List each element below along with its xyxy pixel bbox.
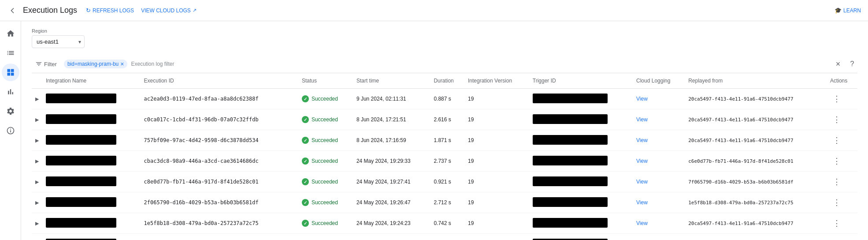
sidebar-icon-home[interactable]	[2, 25, 19, 42]
sidebar-icon-settings[interactable]	[2, 102, 19, 120]
row-execution-id: c0ca017c-1cbd-4f31-96db-07a07c32ffdb	[141, 109, 298, 130]
row-integration-version: 19	[464, 172, 529, 192]
row-actions[interactable]: ⋮	[827, 130, 857, 151]
row-actions-button[interactable]: ⋮	[830, 114, 843, 125]
learn-link[interactable]: 🎓 LEARN	[835, 7, 861, 14]
row-duration: 2.712 s	[430, 192, 464, 213]
region-section: Region us-east1 us-central1 europe-west1…	[32, 28, 857, 48]
back-button[interactable]	[7, 5, 18, 16]
table-row[interactable]: ▶c8e0d77b-fb71-446a-917d-8f41de528c01Suc…	[32, 172, 857, 192]
row-cloud-logging[interactable]: View	[633, 192, 685, 213]
row-cloud-logging[interactable]: View	[633, 234, 685, 240]
view-cloud-logging-link[interactable]: View	[636, 116, 648, 123]
row-duration: 2.616 s	[430, 109, 464, 130]
row-actions-button[interactable]: ⋮	[830, 176, 843, 188]
row-integration-name	[42, 130, 141, 151]
row-status: Succeeded	[298, 234, 353, 240]
row-execution-id: 757bf09e-97ac-4d42-9598-d6c3878dd534	[141, 130, 298, 151]
row-start-time: 24 May 2024, 19:26:47	[353, 192, 430, 213]
row-expand-icon[interactable]: ▶	[32, 234, 42, 240]
sidebar-icon-chart[interactable]	[2, 83, 19, 101]
view-cloud-logging-link[interactable]: View	[636, 179, 648, 185]
external-link-icon: ↗	[193, 8, 197, 13]
row-actions[interactable]: ⋮	[827, 192, 857, 213]
col-replayed-from: Replayed from	[685, 73, 827, 89]
row-trigger-id	[529, 192, 633, 213]
sidebar-icon-info[interactable]	[2, 122, 19, 139]
view-cloud-logging-link[interactable]: View	[636, 199, 648, 206]
row-integration-name	[42, 172, 141, 192]
refresh-logs-link[interactable]: ↻ REFRESH LOGS	[86, 7, 134, 14]
filter-placeholder[interactable]: Execution log filter	[131, 61, 478, 67]
col-actions: Actions	[827, 73, 857, 89]
row-expand-icon[interactable]: ▶	[32, 192, 42, 213]
row-actions-button[interactable]: ⋮	[830, 155, 843, 167]
table-row[interactable]: ▶cbac3dc8-98a9-446a-a3cd-cae3614686dcSuc…	[32, 151, 857, 172]
row-expand-icon[interactable]: ▶	[32, 130, 42, 151]
row-status: Succeeded	[298, 130, 353, 151]
row-cloud-logging[interactable]: View	[633, 109, 685, 130]
row-start-time: 24 May 2024, 19:24:23	[353, 213, 430, 234]
row-integration-name	[42, 89, 141, 109]
row-cloud-logging[interactable]: View	[633, 130, 685, 151]
table-row[interactable]: ▶ac2ea0d3-0119-47ed-8faa-a8a8dc62388fSuc…	[32, 89, 857, 109]
table-row[interactable]: ▶1e5f8b18-d308-479a-bd0a-257237a72c75Suc…	[32, 213, 857, 234]
row-actions[interactable]: ⋮	[827, 213, 857, 234]
row-actions[interactable]: ⋮	[827, 234, 857, 240]
row-actions-button[interactable]: ⋮	[830, 93, 843, 105]
row-actions[interactable]: ⋮	[827, 89, 857, 109]
row-cloud-logging[interactable]: View	[633, 172, 685, 192]
row-status: Succeeded	[298, 89, 353, 109]
row-actions-button[interactable]: ⋮	[830, 135, 843, 146]
row-replayed-from: 20ca5497-f413-4e11-91a6-47510dcb9477	[685, 109, 827, 130]
row-expand-icon[interactable]: ▶	[32, 109, 42, 130]
layout: Region us-east1 us-central1 europe-west1…	[0, 21, 868, 240]
table-row[interactable]: ▶757bf09e-97ac-4d42-9598-d6c3878dd534Suc…	[32, 130, 857, 151]
row-expand-icon[interactable]: ▶	[32, 213, 42, 234]
region-select[interactable]: us-east1 us-central1 europe-west1 asia-e…	[32, 35, 85, 48]
filter-help-button[interactable]: ?	[847, 59, 857, 69]
view-cloud-logging-link[interactable]: View	[636, 96, 648, 102]
row-trigger-id	[529, 89, 633, 109]
page-title: Execution Logs	[23, 6, 77, 15]
view-cloud-logging-link[interactable]: View	[636, 220, 648, 226]
row-expand-icon[interactable]: ▶	[32, 172, 42, 192]
filter-button[interactable]: Filter	[32, 59, 60, 69]
row-actions[interactable]: ⋮	[827, 151, 857, 172]
row-cloud-logging[interactable]: View	[633, 89, 685, 109]
col-start-time: Start time	[353, 73, 430, 89]
view-cloud-logging-link[interactable]: View	[636, 158, 648, 164]
row-trigger-id	[529, 213, 633, 234]
row-trigger-id	[529, 234, 633, 240]
row-actions[interactable]: ⋮	[827, 172, 857, 192]
filter-chip-close-button[interactable]: ×	[120, 61, 124, 67]
row-actions-button[interactable]: ⋮	[830, 218, 843, 229]
learn-icon: 🎓	[835, 7, 842, 14]
row-integration-name	[42, 192, 141, 213]
row-expand-icon[interactable]: ▶	[32, 151, 42, 172]
sidebar-icon-grid[interactable]	[2, 64, 19, 81]
row-expand-icon[interactable]: ▶	[32, 89, 42, 109]
row-start-time: 24 May 2024, 19:29:33	[353, 151, 430, 172]
row-execution-id: cbac3dc8-98a9-446a-a3cd-cae3614686dc	[141, 151, 298, 172]
view-cloud-logs-link[interactable]: VIEW CLOUD LOGS ↗	[141, 8, 197, 14]
sidebar-icon-list[interactable]	[2, 44, 19, 62]
view-cloud-logging-link[interactable]: View	[636, 137, 648, 143]
filter-close-button[interactable]: ×	[833, 59, 843, 69]
row-status: Succeeded	[298, 172, 353, 192]
table-row[interactable]: ▶2f065790-d16b-4029-b53a-b6b03b6581dfSuc…	[32, 192, 857, 213]
row-start-time: 8 Jun 2024, 17:16:59	[353, 130, 430, 151]
row-cloud-logging[interactable]: View	[633, 213, 685, 234]
row-actions[interactable]: ⋮	[827, 109, 857, 130]
table-row[interactable]: ▶c0ca017c-1cbd-4f31-96db-07a07c32ffdbSuc…	[32, 109, 857, 130]
table-row[interactable]: ▶20ca5497-f413-4e11-91a6-47510bdcb9477Su…	[32, 234, 857, 240]
row-actions-button[interactable]: ⋮	[830, 238, 843, 240]
row-cloud-logging[interactable]: View	[633, 151, 685, 172]
col-expand	[32, 73, 42, 89]
row-duration: 0.921 s	[430, 172, 464, 192]
row-start-time: 9 Jun 2024, 02:11:31	[353, 89, 430, 109]
col-cloud-logging: Cloud Logging	[633, 73, 685, 89]
row-actions-button[interactable]: ⋮	[830, 197, 843, 208]
main-content: Region us-east1 us-central1 europe-west1…	[21, 21, 868, 240]
row-duration: 4.663 s	[430, 234, 464, 240]
